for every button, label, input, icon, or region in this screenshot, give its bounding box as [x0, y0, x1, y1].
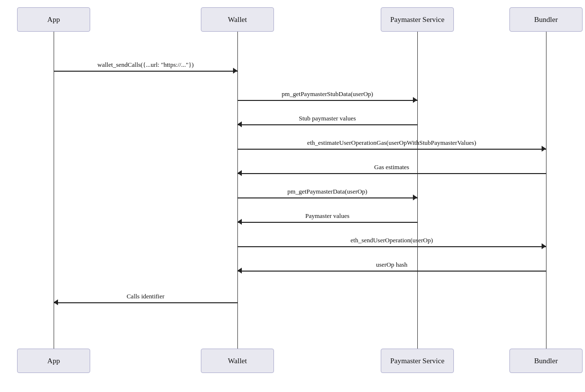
- arrow-line-msg8: [237, 246, 546, 247]
- actor-top-bundler: Bundler: [509, 7, 583, 32]
- arrowhead-msg5: [237, 170, 242, 176]
- arrow-label-msg2: pm_getPaymasterStubData(userOp): [282, 90, 373, 98]
- arrowhead-msg2: [413, 97, 417, 103]
- arrowhead-msg9: [237, 268, 242, 274]
- arrowhead-msg4: [542, 146, 546, 152]
- arrow-label-msg8: eth_sendUserOperation(userOp): [351, 236, 433, 244]
- lifeline-paymaster: [417, 32, 418, 349]
- arrow-line-msg1: [54, 71, 237, 72]
- arrowhead-msg7: [237, 219, 242, 225]
- actor-top-app: App: [17, 7, 90, 32]
- arrow-line-msg10: [54, 302, 237, 303]
- actor-top-paymaster: Paymaster Service: [381, 7, 454, 32]
- arrowhead-msg10: [54, 299, 58, 305]
- arrow-label-msg9: userOp hash: [376, 261, 408, 269]
- actor-bottom-bundler: Bundler: [509, 349, 583, 373]
- arrow-line-msg5: [237, 173, 546, 174]
- arrow-line-msg9: [237, 271, 546, 272]
- lifeline-wallet: [237, 32, 238, 349]
- sequence-diagram: AppAppWalletWalletPaymaster ServicePayma…: [0, 0, 585, 392]
- arrow-label-msg5: Gas estimates: [374, 163, 410, 171]
- arrow-label-msg4: eth_estimateUserOperationGas(userOpWithS…: [307, 139, 476, 147]
- arrow-label-msg3: Stub paymaster values: [299, 115, 356, 122]
- arrow-line-msg4: [237, 149, 546, 150]
- actor-bottom-paymaster: Paymaster Service: [381, 349, 454, 373]
- arrowhead-msg6: [413, 195, 417, 200]
- arrowhead-msg8: [542, 243, 546, 249]
- arrow-label-msg10: Calls identifier: [127, 293, 165, 300]
- arrow-line-msg6: [237, 197, 417, 198]
- arrow-line-msg2: [237, 100, 417, 101]
- arrow-label-msg1: wallet_sendCalls({...url: "https://..."}…: [98, 61, 194, 69]
- lifeline-bundler: [546, 32, 546, 349]
- arrowhead-msg1: [233, 68, 237, 74]
- arrow-label-msg6: pm_getPaymasterData(userOp): [288, 188, 368, 196]
- actor-top-wallet: Wallet: [201, 7, 274, 32]
- arrowhead-msg3: [237, 121, 242, 127]
- arrow-line-msg7: [237, 222, 417, 223]
- actor-bottom-wallet: Wallet: [201, 349, 274, 373]
- arrow-label-msg7: Paymaster values: [305, 212, 350, 220]
- actor-bottom-app: App: [17, 349, 90, 373]
- arrow-line-msg3: [237, 124, 417, 125]
